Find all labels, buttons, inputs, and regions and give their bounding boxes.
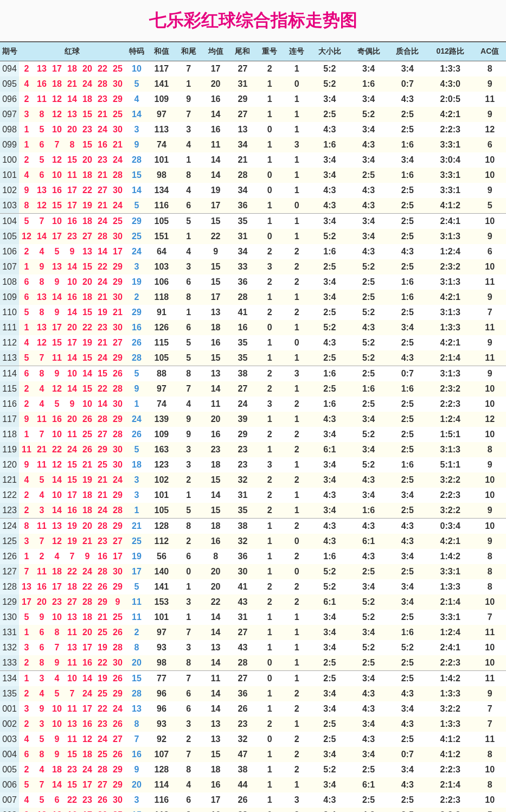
cell: 5:2 [310, 229, 349, 244]
cell: 1 [256, 610, 283, 625]
cell: 14 [65, 92, 80, 107]
cell: 1 [283, 107, 310, 122]
cell: 25 [95, 457, 110, 472]
cell: 7 [473, 305, 506, 320]
cell: 3:4 [388, 701, 427, 717]
cell: 24 [95, 732, 110, 747]
cell: 15 [125, 671, 148, 687]
cell: 094 [0, 61, 19, 77]
cell: 9 [125, 762, 148, 777]
cell: 29 [110, 274, 125, 290]
cell: 100 [0, 152, 19, 168]
cell: 11 [65, 168, 80, 183]
cell: 27 [80, 229, 95, 244]
cell: 14 [65, 305, 80, 320]
cell: 23 [65, 229, 80, 244]
cell: 2:5 [310, 350, 349, 366]
cell: 7 [49, 640, 65, 655]
cell: 2 [283, 472, 310, 488]
cell: 6 [34, 640, 49, 655]
cell: 29 [110, 777, 125, 792]
cell: 25 [95, 686, 110, 701]
cell: 13 [65, 610, 80, 625]
table-row: 1146891014152658881338231:62:50:73:1:39 [0, 366, 506, 382]
cell: 4:2:1 [427, 107, 473, 122]
cell: 20 [65, 412, 80, 427]
cell: 0 [256, 183, 283, 198]
cell: 6 [19, 290, 34, 305]
cell: 18 [80, 214, 95, 229]
cell: 20 [80, 519, 95, 534]
cell: 30 [110, 76, 125, 92]
cell: 2:5 [388, 259, 427, 274]
cell: 15 [49, 335, 65, 350]
cell: 095 [0, 76, 19, 92]
cell: 32 [229, 808, 257, 812]
cell: 3 [19, 107, 34, 122]
cell: 1 [256, 335, 283, 350]
cell: 1:2:4 [427, 244, 473, 259]
cell: 20 [202, 579, 229, 594]
cell: 105 [148, 503, 175, 519]
table-row: 11058914151921299111341222:55:22:53:1:37 [0, 305, 506, 320]
cell: 19 [95, 671, 110, 687]
table-row: 005241823242829912881838125:22:53:42:2:3… [0, 762, 506, 777]
cell: 2 [175, 732, 202, 747]
cell: 2 [125, 290, 148, 305]
cell: 28 [95, 76, 110, 92]
cell: 1 [283, 610, 310, 625]
cell: 13 [34, 61, 49, 77]
cell: 29 [110, 762, 125, 777]
cell: 17 [125, 564, 148, 579]
cell: 2 [19, 152, 34, 168]
cell: 18 [49, 76, 65, 92]
cell: 14 [202, 686, 229, 701]
cell: 2 [256, 488, 283, 503]
cell: 32 [229, 534, 257, 549]
cell: 6:1 [349, 777, 388, 792]
cell: 12 [473, 122, 506, 137]
cell: 1 [256, 549, 283, 564]
cell: 8 [175, 290, 202, 305]
header-sumtail: 和尾 [175, 42, 202, 61]
cell: 9 [473, 107, 506, 122]
cell: 128 [148, 762, 175, 777]
cell: 98 [148, 168, 175, 183]
cell: 1 [256, 137, 283, 152]
cell: 23 [80, 122, 95, 137]
cell: 8 [473, 549, 506, 564]
cell: 28 [80, 594, 95, 610]
cell: 30 [110, 442, 125, 457]
cell: 20 [80, 61, 95, 77]
cell: 4:3 [349, 320, 388, 335]
cell: 28 [110, 640, 125, 655]
cell: 4 [34, 244, 49, 259]
cell: 5 [473, 198, 506, 214]
cell: 6 [175, 320, 202, 335]
cell: 29 [229, 427, 257, 442]
cell: 14 [202, 701, 229, 717]
cell: 7 [34, 427, 49, 442]
cell: 153 [148, 594, 175, 610]
cell: 28 [95, 412, 110, 427]
cell: 4 [34, 381, 49, 397]
cell: 10 [473, 472, 506, 488]
cell: 8 [125, 640, 148, 655]
cell: 14 [202, 381, 229, 397]
cell: 28 [95, 564, 110, 579]
cell: 5 [125, 76, 148, 92]
cell: 1 [19, 625, 34, 640]
cell: 2:5 [349, 655, 388, 671]
cell: 23 [95, 534, 110, 549]
cell: 28 [229, 290, 257, 305]
cell: 8 [175, 168, 202, 183]
cell: 13 [202, 366, 229, 382]
cell: 2 [256, 579, 283, 594]
cell: 097 [0, 107, 19, 122]
cell: 1 [283, 152, 310, 168]
cell: 0 [283, 534, 310, 549]
cell: 2:4:1 [427, 214, 473, 229]
cell: 11 [473, 732, 506, 747]
cell: 4:3 [349, 549, 388, 564]
cell: 2 [256, 381, 283, 397]
